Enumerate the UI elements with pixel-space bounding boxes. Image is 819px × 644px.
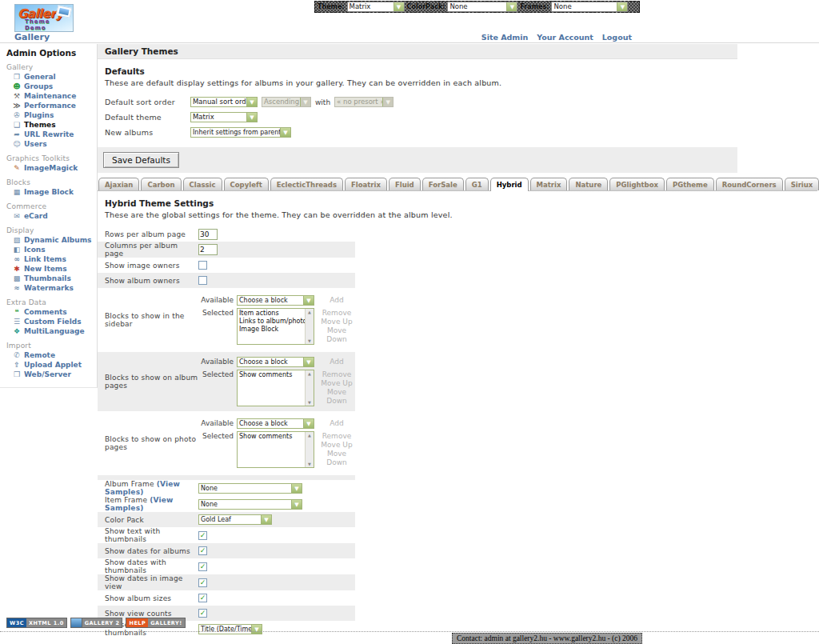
tab-carbon[interactable]: Carbon: [141, 178, 181, 190]
save-defaults-button[interactable]: Save Defaults: [103, 152, 179, 168]
sidebar-item-dynamic-albums[interactable]: ▧Dynamic Albums: [6, 235, 97, 245]
scroll-down-icon[interactable]: ▼: [308, 462, 311, 466]
default-theme-select[interactable]: Matrix ▼: [190, 112, 258, 122]
listbox-scrollbar[interactable]: ▲▼: [305, 309, 314, 344]
w3c-xhtml-badge[interactable]: W3CXHTML 1.0: [6, 618, 67, 628]
listbox-item[interactable]: Item actions: [239, 310, 305, 318]
row-blocks-to-show-on-photo-pages-available-select[interactable]: Choose a block▼: [237, 418, 314, 429]
sidebar-item-themes[interactable]: ❑Themes: [6, 120, 97, 130]
view-samples-link[interactable]: (View Samples): [105, 480, 180, 496]
sidebar-item-groups[interactable]: ☻Groups: [6, 82, 97, 91]
scroll-down-icon[interactable]: ▼: [308, 400, 311, 405]
tab-siriux[interactable]: Siriux: [785, 178, 819, 190]
tab-eclecticthreads[interactable]: EclecticThreads: [270, 178, 343, 190]
sidebar-item-new-items[interactable]: ✱New Items: [6, 264, 97, 274]
tab-classic[interactable]: Classic: [183, 178, 222, 190]
sidebar-item-maintenance[interactable]: ⚒Maintenance: [6, 91, 97, 101]
row-show-album-owners-checkbox[interactable]: [198, 276, 207, 285]
sidebar-item-remote[interactable]: ✆Remote: [6, 350, 97, 360]
tab-matrix[interactable]: Matrix: [530, 178, 568, 190]
tab-ajaxian[interactable]: Ajaxian: [98, 178, 139, 190]
row-show-text-with-thumbnails-checkbox[interactable]: ✓: [198, 531, 207, 540]
add-link[interactable]: Add: [318, 418, 356, 429]
selected-blocks-listbox[interactable]: Show comments▲▼: [237, 370, 314, 406]
remove-link[interactable]: Remove: [318, 432, 356, 441]
row-show-dates-for-albums-checkbox[interactable]: ✓: [198, 546, 207, 555]
scroll-down-icon[interactable]: ▼: [308, 338, 311, 343]
listbox-item[interactable]: Show comments: [239, 433, 305, 441]
listbox-item[interactable]: Image Block: [239, 326, 305, 334]
colorpack-select[interactable]: None ▼: [447, 2, 517, 12]
listbox-scrollbar[interactable]: ▲▼: [305, 432, 314, 467]
row-item-frame-select[interactable]: None▼: [198, 499, 302, 510]
sidebar-item-watermarks[interactable]: ≈Watermarks: [6, 283, 97, 293]
new-albums-select[interactable]: Inherit settings from parent album ▼: [190, 127, 291, 138]
row-blocks-to-show-on-album-pages-available-select[interactable]: Choose a block▼: [237, 357, 314, 367]
row-show-dates-with-thumbnails-checkbox[interactable]: ✓: [198, 562, 207, 571]
move-up-link[interactable]: Move Up: [318, 379, 356, 388]
gallery2-badge[interactable]: GALLERY 2: [70, 618, 123, 628]
tab-g1[interactable]: G1: [465, 178, 489, 190]
tab-pglightbox[interactable]: PGlightbox: [609, 178, 665, 190]
scroll-up-icon[interactable]: ▲: [308, 433, 311, 438]
remove-link[interactable]: Remove: [318, 309, 356, 318]
move-up-link[interactable]: Move Up: [318, 318, 356, 326]
row-show-image-owners-checkbox[interactable]: [198, 261, 207, 270]
frames-select[interactable]: None ▼: [551, 2, 628, 12]
tab-copyleft[interactable]: Copyleft: [224, 178, 269, 190]
row-show-dates-in-image-view-checkbox[interactable]: ✓: [198, 578, 207, 587]
move-down-link[interactable]: Move Down: [318, 326, 356, 344]
add-link[interactable]: Add: [318, 295, 356, 306]
sidebar-item-icons[interactable]: ◧Icons: [6, 245, 97, 254]
row-rows-per-album-page-input[interactable]: [198, 229, 218, 240]
sidebar-item-users[interactable]: ☺Users: [6, 139, 97, 149]
tab-hybrid[interactable]: Hybrid: [490, 178, 529, 191]
listbox-scrollbar[interactable]: ▲▼: [305, 370, 314, 406]
row-columns-per-album-page-input[interactable]: [198, 244, 218, 255]
tab-nature[interactable]: Nature: [569, 178, 608, 190]
remove-link[interactable]: Remove: [318, 370, 356, 379]
sidebar-item-link-items[interactable]: ∞Link Items: [6, 254, 97, 264]
default-sort-order-select[interactable]: Manual sort order ▼: [190, 97, 258, 107]
logout-link[interactable]: Logout: [602, 33, 632, 42]
sidebar-item-web-server[interactable]: ❒Web/Server: [6, 370, 97, 379]
sidebar-item-performance[interactable]: ≫Performance: [6, 101, 97, 110]
selected-blocks-listbox[interactable]: Show comments▲▼: [237, 431, 314, 468]
move-down-link[interactable]: Move Down: [318, 388, 356, 406]
scroll-up-icon[interactable]: ▲: [308, 371, 311, 376]
add-link[interactable]: Add: [318, 357, 356, 367]
sidebar-item-url-rewrite[interactable]: ➦URL Rewrite: [6, 130, 97, 139]
sidebar-item-plugins[interactable]: ✇Plugins: [6, 110, 97, 120]
sidebar-item-comments[interactable]: ❝Comments: [6, 307, 97, 317]
sidebar-item-imagemagick[interactable]: ✎ImageMagick: [6, 163, 97, 173]
row-blocks-to-show-in-the-sidebar-available-select[interactable]: Choose a block▼: [237, 295, 314, 306]
sidebar-item-image-block[interactable]: ▦Image Block: [6, 187, 97, 197]
tab-fluid[interactable]: Fluid: [389, 178, 421, 190]
sidebar-item-upload-applet[interactable]: ⇪Upload Applet: [6, 360, 97, 370]
scroll-up-icon[interactable]: ▲: [308, 310, 311, 314]
listbox-item[interactable]: Show comments: [239, 371, 305, 379]
your-account-link[interactable]: Your Account: [537, 33, 593, 42]
listbox-item[interactable]: Links to album/photo peers: [239, 318, 305, 326]
sidebar-item-general[interactable]: ❐General: [6, 72, 97, 82]
site-admin-link[interactable]: Site Admin: [481, 33, 528, 42]
help-gallery-badge[interactable]: HELPGALLERY!: [126, 618, 185, 628]
move-down-link[interactable]: Move Down: [318, 450, 356, 467]
tab-roundcorners[interactable]: RoundCorners: [716, 178, 783, 190]
tab-forsale[interactable]: ForSale: [422, 178, 464, 190]
sidebar-item-custom-fields[interactable]: ☰Custom Fields: [6, 317, 97, 326]
tab-floatrix[interactable]: Floatrix: [345, 178, 387, 190]
gallery-logo[interactable]: Gallery Theme Demo: [14, 4, 74, 32]
theme-select[interactable]: Matrix ▼: [347, 2, 405, 12]
row-show-album-sizes-checkbox[interactable]: ✓: [198, 594, 207, 602]
row-album-frame-select[interactable]: None▼: [198, 483, 302, 494]
sidebar-item-ecard[interactable]: ✉eCard: [6, 211, 97, 221]
sort-direction-select[interactable]: Ascending ▼: [262, 97, 311, 107]
selected-blocks-listbox[interactable]: Item actionsLinks to album/photo peersIm…: [237, 308, 314, 345]
view-samples-link[interactable]: (View Samples): [105, 496, 174, 512]
tab-pgtheme[interactable]: PGtheme: [666, 178, 714, 190]
row-color-pack-select[interactable]: Gold Leaf▼: [198, 514, 272, 525]
sidebar-item-multilanguage[interactable]: ❖MultiLanguage: [6, 326, 97, 336]
sidebar-item-thumbnails[interactable]: ▩Thumbnails: [6, 274, 97, 283]
presort-select[interactable]: « no presort » ▼: [334, 97, 394, 107]
